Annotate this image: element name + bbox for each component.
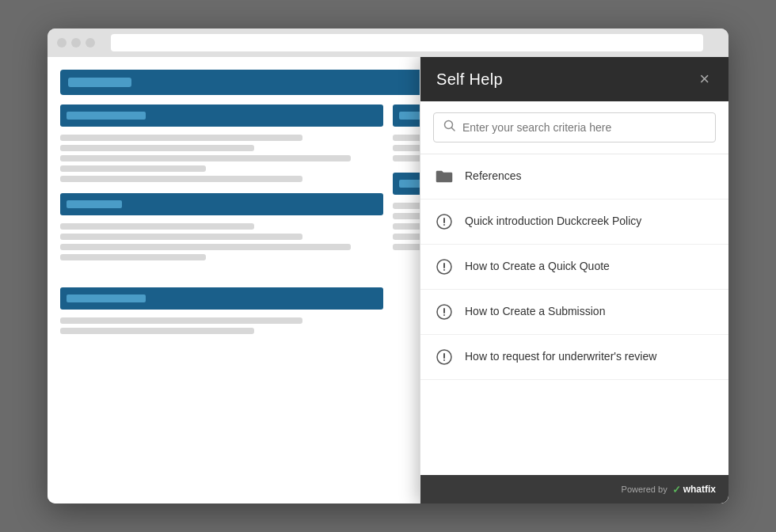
whatfix-check-icon: ✓ (672, 484, 681, 496)
item-label: How to Create a Submission (465, 304, 605, 320)
guide-icon (435, 348, 454, 367)
placeholder-7 (60, 234, 302, 240)
col-section-3 (60, 287, 383, 337)
placeholder-9 (60, 254, 206, 260)
guide-icon (435, 257, 454, 276)
col-header-3 (60, 287, 383, 310)
col-section-1 (60, 104, 383, 185)
item-label: Quick introduction Duckcreek Policy (465, 214, 641, 230)
folder-icon (435, 167, 454, 186)
placeholder-8 (60, 244, 351, 250)
whatfix-brand-name: whatfix (683, 484, 716, 495)
close-dot (57, 38, 67, 48)
browser-content: Self Help × (48, 57, 728, 504)
guide-icon (435, 212, 454, 231)
search-box[interactable] (433, 112, 716, 142)
col-header-label-3 (67, 294, 146, 302)
window-controls (57, 38, 95, 48)
svg-line-1 (452, 128, 455, 131)
placeholder-1 (60, 135, 302, 141)
minimize-dot (71, 38, 81, 48)
left-column (60, 104, 383, 491)
maximize-dot (86, 38, 95, 48)
panel-close-button[interactable]: × (696, 67, 713, 91)
browser-window: Self Help × (48, 28, 728, 504)
placeholder-11 (60, 328, 254, 334)
placeholder-6 (60, 223, 254, 230)
placeholder-3 (60, 155, 351, 162)
search-icon (443, 120, 456, 135)
placeholder-5 (60, 176, 302, 182)
col-body-2 (60, 220, 383, 264)
panel-items-list: References Quick introduction Duckcreek … (420, 154, 728, 475)
guide-icon (435, 302, 454, 321)
powered-by-label: Powered by (622, 484, 668, 494)
powered-by-text: Powered by ✓ whatfix (622, 484, 716, 496)
browser-titlebar (48, 28, 728, 57)
col-header-2 (60, 193, 383, 215)
whatfix-brand: ✓ whatfix (672, 484, 716, 496)
col-body-1 (60, 131, 383, 185)
col-section-2 (60, 193, 383, 264)
list-item[interactable]: Quick introduction Duckcreek Policy (420, 200, 728, 245)
list-item[interactable]: How to Create a Submission (420, 290, 728, 335)
panel-header: Self Help × (420, 57, 728, 101)
placeholder-4 (60, 165, 206, 172)
svg-point-10 (443, 314, 445, 316)
svg-point-7 (443, 269, 445, 271)
search-input[interactable] (462, 121, 706, 134)
address-bar[interactable] (111, 34, 703, 51)
placeholder-10 (60, 317, 302, 324)
self-help-panel: Self Help × (420, 57, 728, 504)
svg-point-13 (443, 359, 445, 361)
svg-point-4 (443, 224, 445, 226)
item-label: How to request for underwriter's review (465, 349, 656, 365)
col-header-label-2 (67, 200, 122, 208)
topbar-label (68, 78, 131, 87)
panel-search-area (420, 101, 728, 154)
item-label: References (465, 169, 522, 184)
panel-footer: Powered by ✓ whatfix (420, 475, 728, 504)
list-item[interactable]: How to request for underwriter's review (420, 335, 728, 380)
col-header-1 (60, 104, 383, 127)
col-header-label-1 (67, 112, 146, 120)
panel-title: Self Help (436, 70, 503, 89)
list-item[interactable]: References (420, 154, 728, 200)
col-body-3 (60, 314, 383, 337)
item-label: How to Create a Quick Quote (465, 259, 610, 275)
list-item[interactable]: How to Create a Quick Quote (420, 245, 728, 290)
placeholder-2 (60, 145, 254, 151)
